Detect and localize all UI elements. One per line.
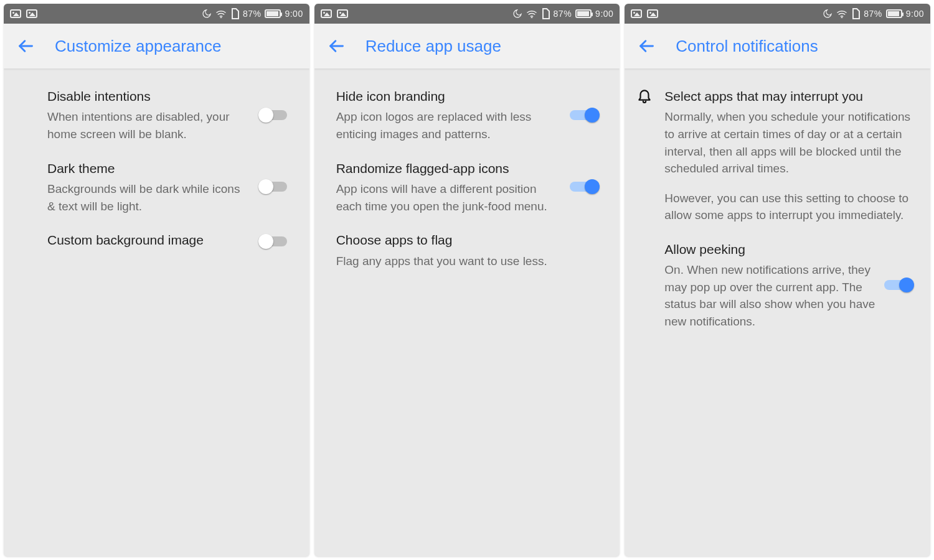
- setting-subtitle: Normally, when you schedule your notific…: [664, 108, 912, 223]
- photo-icon: [321, 9, 332, 18]
- page-title: Customize appearance: [55, 37, 221, 56]
- photo-icon: [647, 9, 658, 18]
- status-time: 9:00: [595, 9, 613, 19]
- toggle-switch[interactable]: [570, 110, 597, 120]
- photo-icon: [631, 9, 642, 18]
- photo-icon: [26, 9, 37, 18]
- setting-title: Hide icon branding: [336, 87, 562, 106]
- setting-allow-peeking[interactable]: Allow peeking On. When new notifications…: [625, 234, 930, 340]
- sim-icon: [230, 8, 239, 19]
- battery-icon: [886, 9, 902, 18]
- setting-randomize-flagged-icons[interactable]: Randomize flagged-app icons App icons wi…: [336, 153, 616, 225]
- svg-point-0: [220, 17, 222, 19]
- status-bar: 87% 9:00: [625, 4, 930, 24]
- svg-point-2: [531, 17, 532, 19]
- status-battery-pct: 87%: [864, 9, 882, 19]
- setting-title: Allow peeking: [664, 240, 875, 259]
- phone-screen-3: 87% 9:00 Control notifications Select ap…: [625, 4, 930, 556]
- toggle-switch[interactable]: [260, 110, 287, 120]
- status-bar: 87% 9:00: [314, 4, 620, 24]
- do-not-disturb-icon: [512, 9, 522, 19]
- battery-icon: [265, 9, 281, 18]
- photo-icon: [337, 9, 348, 18]
- phone-screen-1: 87% 9:00 Customize appearance Disable in…: [4, 4, 309, 556]
- wifi-icon: [215, 9, 227, 18]
- back-button[interactable]: [16, 37, 35, 55]
- status-battery-pct: 87%: [554, 9, 572, 19]
- back-button[interactable]: [637, 37, 656, 55]
- do-not-disturb-icon: [823, 9, 833, 19]
- setting-subtitle: On. When new notifications arrive, they …: [664, 261, 875, 330]
- sim-icon: [541, 8, 550, 19]
- phone-screen-2: 87% 9:00 Reduce app usage Hide icon bran…: [314, 4, 620, 556]
- setting-dark-theme[interactable]: Dark theme Backgrounds will be dark whil…: [47, 153, 306, 225]
- settings-list: Disable intentions When intentions are d…: [4, 68, 309, 556]
- setting-title: Dark theme: [47, 159, 251, 178]
- setting-disable-intentions[interactable]: Disable intentions When intentions are d…: [47, 81, 306, 153]
- sim-icon: [851, 8, 860, 19]
- toggle-switch[interactable]: [570, 182, 597, 192]
- wifi-icon: [526, 9, 537, 18]
- settings-list: Select apps that may interrupt you Norma…: [625, 68, 930, 556]
- svg-point-4: [841, 17, 842, 19]
- status-time: 9:00: [906, 9, 924, 19]
- app-header: Customize appearance: [4, 24, 309, 68]
- app-header: Control notifications: [625, 24, 930, 68]
- battery-icon: [575, 9, 592, 18]
- setting-title: Custom background image: [47, 231, 251, 250]
- setting-custom-background[interactable]: Custom background image: [47, 225, 306, 262]
- settings-list: Hide icon branding App icon logos are re…: [314, 68, 620, 556]
- do-not-disturb-icon: [202, 9, 212, 19]
- setting-title: Select apps that may interrupt you: [664, 87, 912, 106]
- setting-title: Randomize flagged-app icons: [336, 159, 562, 178]
- toggle-switch[interactable]: [260, 182, 287, 192]
- page-title: Control notifications: [676, 37, 818, 56]
- wifi-icon: [836, 9, 847, 18]
- setting-title: Choose apps to flag: [336, 231, 598, 250]
- setting-title: Disable intentions: [47, 87, 251, 106]
- setting-subtitle: Flag any apps that you want to use less.: [336, 253, 598, 270]
- status-time: 9:00: [285, 9, 303, 19]
- toggle-switch[interactable]: [884, 280, 912, 290]
- status-battery-pct: 87%: [243, 9, 262, 19]
- setting-subtitle: When intentions are disabled, your home …: [47, 108, 251, 142]
- setting-select-interrupting-apps[interactable]: Select apps that may interrupt you Norma…: [625, 81, 930, 234]
- setting-choose-apps-to-flag[interactable]: Choose apps to flag Flag any apps that y…: [336, 225, 616, 279]
- app-header: Reduce app usage: [314, 24, 620, 68]
- setting-subtitle: Backgrounds will be dark while icons & t…: [47, 180, 251, 215]
- setting-subtitle: App icon logos are replaced with less en…: [336, 108, 562, 142]
- bell-icon: [633, 87, 656, 103]
- page-title: Reduce app usage: [366, 37, 501, 56]
- setting-hide-icon-branding[interactable]: Hide icon branding App icon logos are re…: [336, 81, 616, 153]
- toggle-switch[interactable]: [260, 236, 287, 246]
- setting-subtitle: App icons will have a different position…: [336, 180, 562, 215]
- back-button[interactable]: [327, 37, 346, 55]
- status-bar: 87% 9:00: [4, 4, 309, 24]
- photo-icon: [10, 9, 21, 18]
